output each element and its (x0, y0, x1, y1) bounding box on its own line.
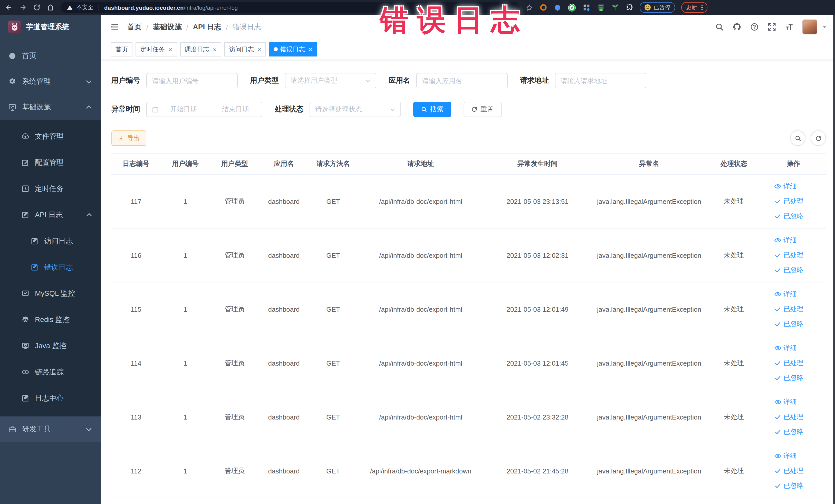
check-icon (774, 360, 781, 367)
extension-orange-icon[interactable] (539, 3, 547, 12)
cell-user-id: 1 (161, 336, 210, 390)
mark-processed-link[interactable]: 已处理 (774, 466, 803, 476)
extension-sprout-icon[interactable] (611, 3, 619, 12)
log-edit-icon (31, 263, 39, 271)
sidebar-item-config-manage[interactable]: 配置管理 (0, 149, 101, 176)
browser-menu-icon[interactable] (701, 5, 702, 11)
sidebar-item-infra[interactable]: 基础设施 (0, 95, 101, 120)
tab-scheduled-jobs[interactable]: 定时任务× (136, 42, 177, 57)
sidebar-item-api-log[interactable]: API 日志 (0, 202, 101, 228)
sidebar-item-java-monitor[interactable]: Java 监控 (0, 333, 101, 359)
tab-label: 首页 (116, 45, 128, 54)
fullscreen-icon[interactable] (768, 23, 776, 31)
tab-error-log[interactable]: 错误日志× (269, 42, 317, 57)
close-icon[interactable]: × (308, 46, 312, 53)
forward-icon[interactable] (19, 4, 27, 11)
detail-link[interactable]: 详细 (774, 236, 797, 245)
sidebar-item-scheduled-jobs[interactable]: 定时任务 (0, 176, 101, 202)
table-row: 112 1 管理员 dashboard GET /api/infra/db-do… (111, 444, 826, 498)
log-edit-icon (22, 211, 29, 219)
reload-icon[interactable] (33, 4, 41, 11)
github-icon[interactable] (733, 23, 741, 31)
close-icon[interactable]: × (213, 46, 217, 53)
detail-link[interactable]: 详细 (774, 289, 797, 299)
help-icon[interactable] (750, 23, 759, 31)
url-domain: dashboard.yudao.iocoder.cn (104, 4, 184, 11)
profile-paused-chip[interactable]: 已暂停 (640, 2, 675, 13)
sidebar-item-access-log[interactable]: 访问日志 (0, 228, 101, 254)
search-icon (421, 106, 427, 113)
user-type-select[interactable]: 请选择用户类型 (285, 73, 376, 88)
close-icon[interactable]: × (168, 46, 172, 53)
detail-link[interactable]: 详细 (774, 451, 797, 461)
mark-processed-link[interactable]: 已处理 (774, 358, 803, 368)
mark-ignored-link[interactable]: 已忽略 (774, 373, 803, 383)
user-id-input[interactable] (146, 73, 238, 88)
cell-user-type: 管理员 (210, 444, 259, 498)
request-url-input[interactable] (555, 73, 646, 88)
extension-grid-icon[interactable] (582, 3, 590, 12)
breadcrumb-item[interactable]: 首页 (127, 22, 142, 32)
detail-link[interactable]: 详细 (774, 344, 797, 353)
user-avatar[interactable] (802, 20, 817, 35)
cell-app-name: dashboard (259, 444, 308, 498)
close-icon[interactable]: × (257, 46, 261, 53)
breadcrumb-separator: / (226, 23, 228, 31)
sidebar-item-home[interactable]: 首页 (0, 43, 101, 69)
sidebar-item-trace[interactable]: 链路追踪 (0, 359, 101, 385)
page-scrollbar[interactable] (833, 15, 835, 504)
detail-link[interactable]: 详细 (774, 182, 797, 191)
sidebar-item-mysql-monitor[interactable]: MySQL 监控 (0, 280, 101, 306)
app-name-input[interactable] (416, 73, 508, 88)
mark-ignored-link[interactable]: 已忽略 (774, 211, 803, 221)
process-status-select[interactable]: 请选择处理状态 (309, 102, 401, 117)
java-monitor-icon (22, 342, 29, 350)
home-icon[interactable] (47, 4, 55, 11)
extensions-puzzle-icon[interactable] (625, 3, 633, 12)
security-label: 不安全 (77, 4, 94, 11)
tab-schedule-log[interactable]: 调度日志× (180, 42, 221, 57)
extension-ublock-icon[interactable]: on (596, 3, 605, 12)
cell-request-url: /api/infra/db-doc/export-html (358, 228, 484, 282)
sidebar-item-redis-monitor[interactable]: Redis 监控 (0, 306, 101, 333)
sidebar-item-error-log[interactable]: 错误日志 (0, 254, 101, 280)
font-size-icon[interactable] (785, 23, 794, 31)
tab-home[interactable]: 首页 (111, 42, 133, 57)
mark-processed-link[interactable]: 已处理 (774, 412, 803, 422)
sidebar-item-dev-tools[interactable]: 研发工具 (0, 417, 101, 442)
mark-ignored-link[interactable]: 已忽略 (774, 265, 803, 275)
breadcrumb-item[interactable]: API 日志 (193, 22, 221, 32)
extension-shield-icon[interactable] (553, 3, 562, 12)
breadcrumb-item[interactable]: 基础设施 (153, 22, 182, 32)
reset-button[interactable]: 重置 (464, 102, 502, 117)
exception-time-range-picker[interactable]: 开始日期 - 结束日期 (146, 102, 262, 117)
mark-ignored-link[interactable]: 已忽略 (774, 319, 803, 329)
search-button[interactable]: 搜索 (413, 102, 451, 117)
browser-update-chip[interactable]: 更新 (681, 2, 707, 13)
mark-ignored-link[interactable]: 已忽略 (774, 427, 803, 437)
tab-access-log[interactable]: 访问日志× (224, 42, 266, 57)
check-icon (774, 374, 781, 382)
caret-down-icon[interactable] (822, 24, 827, 29)
detail-link[interactable]: 详细 (774, 398, 797, 407)
mark-processed-link[interactable]: 已处理 (774, 197, 803, 206)
search-icon[interactable] (715, 23, 724, 31)
back-icon[interactable] (5, 4, 13, 11)
mark-processed-link[interactable]: 已处理 (774, 250, 803, 260)
sidebar-item-file-manage[interactable]: 文件管理 (0, 123, 101, 149)
main-area: 首页 / 基础设施 / API 日志 / 错误日志 (101, 15, 835, 504)
extension-green-circle-icon[interactable] (568, 3, 576, 12)
toggle-search-button[interactable] (790, 130, 806, 146)
mark-processed-link[interactable]: 已处理 (774, 304, 803, 314)
sidebar-item-log-center[interactable]: 日志中心 (0, 385, 101, 411)
mark-ignored-link[interactable]: 已忽略 (774, 481, 803, 490)
hamburger-icon[interactable] (110, 23, 119, 31)
table-header: 日志编号用户编号用户类型应用名请求方法名请求地址异常发生时间异常名处理状态操作 (111, 154, 826, 175)
sidebar-item-label: 基础设施 (22, 103, 51, 112)
sidebar-item-system[interactable]: 系统管理 (0, 69, 101, 95)
app-logo[interactable]: 芋道管理系统 (0, 15, 101, 39)
column-header: 用户类型 (210, 154, 259, 174)
refresh-table-button[interactable] (811, 130, 826, 146)
export-button[interactable]: 导出 (111, 130, 146, 146)
header-actions (715, 20, 827, 35)
